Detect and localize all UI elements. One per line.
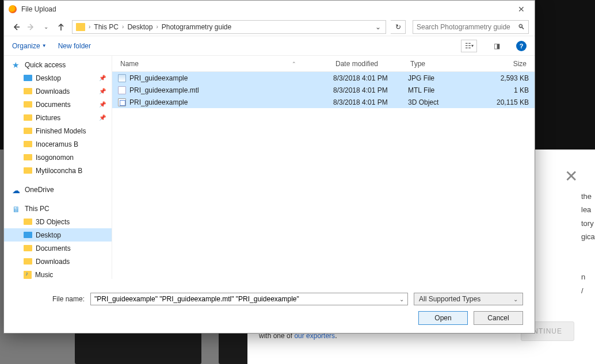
- tree-pc-item[interactable]: Desktop: [4, 228, 112, 242]
- folder-icon: [76, 23, 85, 31]
- folder-icon: [24, 219, 32, 225]
- pin-icon: 📌: [99, 114, 106, 121]
- tree-qa-item[interactable]: Pictures📌: [4, 111, 112, 124]
- back-button[interactable]: [10, 21, 22, 33]
- toolbar: Organize▼ New folder ☷ ▾ ◨ ?: [4, 36, 535, 56]
- tree-qa-item[interactable]: Finished Models: [4, 124, 112, 137]
- filetype-filter[interactable]: All Supported Types⌄: [414, 293, 523, 305]
- dialog-footer: File name: ⌄ All Supported Types⌄ Open C…: [4, 279, 535, 333]
- tree-pc-item[interactable]: Downloads: [4, 255, 112, 268]
- chevron-right-icon: ›: [87, 24, 91, 30]
- folder-icon: [24, 114, 32, 121]
- file-icon: [118, 86, 126, 94]
- folder-icon: [24, 141, 32, 147]
- nav-tree: ★Quick access Desktop📌Downloads📌Document…: [4, 56, 112, 279]
- file-row[interactable]: PRI_guideexample8/3/2018 4:01 PM3D Objec…: [112, 96, 535, 108]
- background-text: theleatorygicaln /: [581, 190, 589, 297]
- folder-icon: [24, 101, 32, 108]
- chevron-down-icon[interactable]: ⌄: [399, 296, 404, 302]
- cancel-button[interactable]: Cancel: [474, 311, 523, 325]
- folder-icon: [24, 128, 32, 134]
- tree-pc-item[interactable]: Documents: [4, 242, 112, 255]
- help-button[interactable]: ?: [516, 41, 527, 51]
- folder-icon: [24, 75, 32, 81]
- up-button[interactable]: [55, 21, 67, 33]
- file-row[interactable]: PRI_guideexample.mtl8/3/2018 4:01 PMMTL …: [112, 84, 535, 96]
- tree-quick-access[interactable]: ★Quick access: [4, 58, 112, 71]
- file-upload-dialog: File Upload ✕ ⌄ › This PC › Desktop › Ph…: [3, 0, 535, 334]
- sort-caret-icon: ⌃: [292, 61, 296, 67]
- filename-combo[interactable]: ⌄: [90, 293, 408, 305]
- col-size[interactable]: Size: [477, 60, 529, 68]
- preview-pane-button[interactable]: ◨: [489, 40, 505, 52]
- breadcrumb-item[interactable]: This PC: [91, 23, 121, 31]
- filename-input[interactable]: [94, 295, 399, 303]
- tree-pc-item[interactable]: 3D Objects: [4, 215, 112, 228]
- col-name[interactable]: Name⌃: [118, 60, 333, 68]
- star-icon: ★: [12, 61, 21, 69]
- folder-icon: [24, 167, 32, 174]
- folder-icon: [24, 154, 32, 160]
- folder-icon: [24, 271, 32, 279]
- folder-icon: [24, 232, 32, 238]
- tree-qa-item[interactable]: Isogonomon: [4, 151, 112, 164]
- chevron-right-icon: ›: [155, 24, 159, 30]
- file-icon: [118, 98, 126, 106]
- tree-qa-item[interactable]: Desktop📌: [4, 71, 112, 85]
- search-box[interactable]: 🔍︎: [413, 20, 529, 34]
- pin-icon: 📌: [99, 75, 106, 81]
- pin-icon: 📌: [99, 88, 106, 94]
- breadcrumb-item[interactable]: Desktop: [125, 23, 155, 31]
- folder-icon: [24, 88, 32, 94]
- tree-onedrive[interactable]: ☁OneDrive: [4, 183, 112, 196]
- new-folder-button[interactable]: New folder: [58, 42, 91, 50]
- view-options-button[interactable]: ☷ ▾: [461, 40, 477, 52]
- pc-icon: 🖥: [12, 205, 21, 213]
- window-close-button[interactable]: ✕: [513, 5, 530, 14]
- folder-icon: [24, 258, 32, 265]
- pin-icon: 📌: [99, 101, 106, 108]
- file-list: PRI_guideexample8/3/2018 4:01 PMJPG File…: [112, 72, 535, 279]
- col-type[interactable]: Type: [408, 60, 477, 68]
- file-list-panel: Name⌃ Date modified Type Size PRI_guidee…: [112, 56, 535, 279]
- file-row[interactable]: PRI_guideexample8/3/2018 4:01 PMJPG File…: [112, 72, 535, 84]
- titlebar: File Upload ✕: [4, 1, 535, 18]
- column-headers: Name⌃ Date modified Type Size: [112, 56, 535, 72]
- open-button[interactable]: Open: [418, 311, 468, 325]
- col-date[interactable]: Date modified: [333, 60, 408, 68]
- forward-button[interactable]: [25, 21, 37, 33]
- nav-row: ⌄ › This PC › Desktop › Photogrammetry g…: [4, 18, 535, 36]
- breadcrumb-item[interactable]: Photogrammetry guide: [159, 23, 234, 31]
- search-icon: 🔍︎: [518, 23, 525, 31]
- search-input[interactable]: [417, 23, 518, 31]
- organize-menu[interactable]: Organize▼: [12, 42, 47, 50]
- tree-qa-item[interactable]: Inoceramus B: [4, 137, 112, 151]
- window-title: File Upload: [21, 5, 513, 13]
- tree-pc-item[interactable]: Music: [4, 268, 112, 279]
- chevron-down-icon: ⌄: [513, 296, 518, 302]
- tree-qa-item[interactable]: Mytiloconcha B: [4, 164, 112, 177]
- tree-qa-item[interactable]: Documents📌: [4, 98, 112, 111]
- breadcrumb-bar[interactable]: › This PC › Desktop › Photogrammetry gui…: [72, 20, 386, 34]
- onedrive-icon: ☁: [12, 186, 21, 194]
- chevron-down-icon[interactable]: ⌄: [372, 23, 384, 31]
- refresh-button[interactable]: ↻: [391, 20, 406, 34]
- chevron-right-icon: ›: [121, 24, 125, 30]
- folder-icon: [24, 245, 32, 251]
- file-icon: [118, 74, 126, 82]
- close-icon[interactable]: ✕: [565, 167, 578, 186]
- filename-label: File name:: [16, 295, 85, 303]
- firefox-icon: [9, 5, 17, 13]
- recent-dropdown[interactable]: ⌄: [40, 21, 52, 33]
- tree-this-pc[interactable]: 🖥This PC: [4, 202, 112, 215]
- tree-qa-item[interactable]: Downloads📌: [4, 85, 112, 98]
